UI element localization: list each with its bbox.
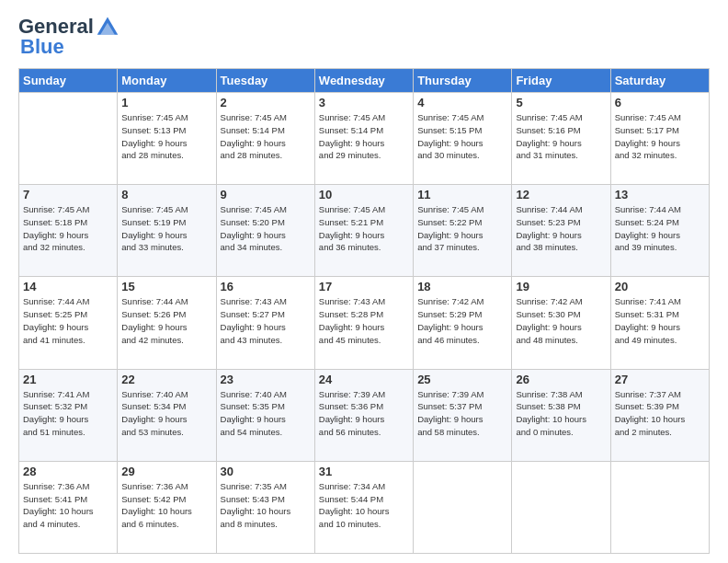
logo-blue-text: Blue [20, 35, 64, 59]
day-number: 24 [319, 373, 409, 386]
day-number: 5 [516, 96, 606, 109]
day-number: 13 [615, 188, 705, 201]
day-cell: 10Sunrise: 7:45 AM Sunset: 5:21 PM Dayli… [314, 185, 413, 277]
day-number: 17 [319, 280, 409, 293]
day-info: Sunrise: 7:44 AM Sunset: 5:23 PM Dayligh… [516, 203, 606, 254]
day-info: Sunrise: 7:36 AM Sunset: 5:42 PM Dayligh… [121, 480, 211, 531]
day-info: Sunrise: 7:38 AM Sunset: 5:38 PM Dayligh… [516, 388, 606, 439]
day-number: 6 [615, 96, 705, 109]
day-number: 8 [121, 188, 211, 201]
day-cell: 7Sunrise: 7:45 AM Sunset: 5:18 PM Daylig… [19, 185, 118, 277]
day-number: 16 [221, 280, 311, 293]
day-info: Sunrise: 7:45 AM Sunset: 5:16 PM Dayligh… [516, 111, 606, 162]
day-info: Sunrise: 7:41 AM Sunset: 5:32 PM Dayligh… [23, 388, 113, 439]
day-info: Sunrise: 7:45 AM Sunset: 5:15 PM Dayligh… [417, 111, 507, 162]
day-number: 11 [417, 188, 507, 201]
day-info: Sunrise: 7:43 AM Sunset: 5:27 PM Dayligh… [221, 295, 311, 346]
day-cell: 28Sunrise: 7:36 AM Sunset: 5:41 PM Dayli… [19, 461, 118, 553]
week-row-1: 1Sunrise: 7:45 AM Sunset: 5:13 PM Daylig… [19, 93, 710, 185]
day-cell [512, 461, 610, 553]
day-cell: 6Sunrise: 7:45 AM Sunset: 5:17 PM Daylig… [610, 93, 709, 185]
day-info: Sunrise: 7:34 AM Sunset: 5:44 PM Dayligh… [319, 480, 409, 531]
day-number: 22 [121, 373, 211, 386]
day-number: 2 [221, 96, 311, 109]
day-info: Sunrise: 7:45 AM Sunset: 5:22 PM Dayligh… [417, 203, 507, 254]
day-number: 18 [417, 280, 507, 293]
day-number: 25 [417, 373, 507, 386]
day-info: Sunrise: 7:45 AM Sunset: 5:14 PM Dayligh… [319, 111, 409, 162]
day-info: Sunrise: 7:45 AM Sunset: 5:13 PM Dayligh… [121, 111, 211, 162]
page: General Blue SundayMondayTuesdayWednesda… [0, 0, 728, 563]
logo: General Blue [18, 15, 121, 59]
day-cell: 2Sunrise: 7:45 AM Sunset: 5:14 PM Daylig… [216, 93, 314, 185]
day-cell: 16Sunrise: 7:43 AM Sunset: 5:27 PM Dayli… [216, 277, 314, 369]
day-number: 4 [417, 96, 507, 109]
week-row-3: 14Sunrise: 7:44 AM Sunset: 5:25 PM Dayli… [19, 277, 710, 369]
weekday-friday: Friday [512, 69, 610, 93]
day-number: 21 [23, 373, 113, 386]
day-cell: 25Sunrise: 7:39 AM Sunset: 5:37 PM Dayli… [414, 369, 512, 461]
day-number: 31 [319, 465, 409, 478]
day-number: 27 [615, 373, 705, 386]
week-row-2: 7Sunrise: 7:45 AM Sunset: 5:18 PM Daylig… [19, 185, 710, 277]
day-info: Sunrise: 7:42 AM Sunset: 5:30 PM Dayligh… [516, 295, 606, 346]
day-number: 19 [516, 280, 606, 293]
day-cell: 1Sunrise: 7:45 AM Sunset: 5:13 PM Daylig… [118, 93, 216, 185]
day-info: Sunrise: 7:39 AM Sunset: 5:36 PM Dayligh… [319, 388, 409, 439]
day-info: Sunrise: 7:37 AM Sunset: 5:39 PM Dayligh… [615, 388, 705, 439]
day-cell: 17Sunrise: 7:43 AM Sunset: 5:28 PM Dayli… [314, 277, 413, 369]
day-number: 26 [516, 373, 606, 386]
day-cell: 26Sunrise: 7:38 AM Sunset: 5:38 PM Dayli… [512, 369, 610, 461]
day-info: Sunrise: 7:39 AM Sunset: 5:37 PM Dayligh… [417, 388, 507, 439]
day-number: 23 [221, 373, 311, 386]
weekday-saturday: Saturday [610, 69, 709, 93]
weekday-wednesday: Wednesday [314, 69, 413, 93]
day-cell: 31Sunrise: 7:34 AM Sunset: 5:44 PM Dayli… [314, 461, 413, 553]
week-row-5: 28Sunrise: 7:36 AM Sunset: 5:41 PM Dayli… [19, 461, 710, 553]
day-info: Sunrise: 7:42 AM Sunset: 5:29 PM Dayligh… [417, 295, 507, 346]
day-cell: 13Sunrise: 7:44 AM Sunset: 5:24 PM Dayli… [610, 185, 709, 277]
day-number: 1 [121, 96, 211, 109]
day-cell: 15Sunrise: 7:44 AM Sunset: 5:26 PM Dayli… [118, 277, 216, 369]
day-cell: 12Sunrise: 7:44 AM Sunset: 5:23 PM Dayli… [512, 185, 610, 277]
day-number: 15 [121, 280, 211, 293]
day-cell: 18Sunrise: 7:42 AM Sunset: 5:29 PM Dayli… [414, 277, 512, 369]
day-info: Sunrise: 7:35 AM Sunset: 5:43 PM Dayligh… [221, 480, 311, 531]
day-cell [19, 93, 118, 185]
header: General Blue [18, 15, 710, 59]
day-info: Sunrise: 7:44 AM Sunset: 5:25 PM Dayligh… [23, 295, 113, 346]
day-number: 12 [516, 188, 606, 201]
day-number: 30 [221, 465, 311, 478]
day-info: Sunrise: 7:40 AM Sunset: 5:34 PM Dayligh… [121, 388, 211, 439]
day-info: Sunrise: 7:40 AM Sunset: 5:35 PM Dayligh… [221, 388, 311, 439]
day-info: Sunrise: 7:36 AM Sunset: 5:41 PM Dayligh… [23, 480, 113, 531]
day-cell: 5Sunrise: 7:45 AM Sunset: 5:16 PM Daylig… [512, 93, 610, 185]
day-info: Sunrise: 7:44 AM Sunset: 5:26 PM Dayligh… [121, 295, 211, 346]
day-number: 9 [221, 188, 311, 201]
day-cell: 23Sunrise: 7:40 AM Sunset: 5:35 PM Dayli… [216, 369, 314, 461]
calendar-table: SundayMondayTuesdayWednesdayThursdayFrid… [18, 68, 710, 554]
day-info: Sunrise: 7:45 AM Sunset: 5:20 PM Dayligh… [221, 203, 311, 254]
day-number: 10 [319, 188, 409, 201]
day-info: Sunrise: 7:45 AM Sunset: 5:19 PM Dayligh… [121, 203, 211, 254]
day-cell: 4Sunrise: 7:45 AM Sunset: 5:15 PM Daylig… [414, 93, 512, 185]
day-cell: 20Sunrise: 7:41 AM Sunset: 5:31 PM Dayli… [610, 277, 709, 369]
day-number: 20 [615, 280, 705, 293]
day-cell: 9Sunrise: 7:45 AM Sunset: 5:20 PM Daylig… [216, 185, 314, 277]
week-row-4: 21Sunrise: 7:41 AM Sunset: 5:32 PM Dayli… [19, 369, 710, 461]
day-cell: 3Sunrise: 7:45 AM Sunset: 5:14 PM Daylig… [314, 93, 413, 185]
day-info: Sunrise: 7:44 AM Sunset: 5:24 PM Dayligh… [615, 203, 705, 254]
day-cell: 29Sunrise: 7:36 AM Sunset: 5:42 PM Dayli… [118, 461, 216, 553]
logo-icon [96, 15, 119, 39]
day-info: Sunrise: 7:45 AM Sunset: 5:18 PM Dayligh… [23, 203, 113, 254]
day-info: Sunrise: 7:41 AM Sunset: 5:31 PM Dayligh… [615, 295, 705, 346]
day-cell: 11Sunrise: 7:45 AM Sunset: 5:22 PM Dayli… [414, 185, 512, 277]
day-info: Sunrise: 7:45 AM Sunset: 5:21 PM Dayligh… [319, 203, 409, 254]
day-cell [414, 461, 512, 553]
day-cell: 22Sunrise: 7:40 AM Sunset: 5:34 PM Dayli… [118, 369, 216, 461]
weekday-sunday: Sunday [19, 69, 118, 93]
day-info: Sunrise: 7:45 AM Sunset: 5:14 PM Dayligh… [221, 111, 311, 162]
day-cell: 21Sunrise: 7:41 AM Sunset: 5:32 PM Dayli… [19, 369, 118, 461]
day-info: Sunrise: 7:43 AM Sunset: 5:28 PM Dayligh… [319, 295, 409, 346]
day-number: 7 [23, 188, 113, 201]
